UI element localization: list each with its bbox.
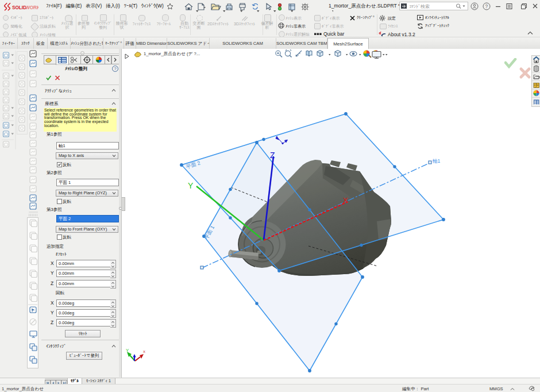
svg-text:WORKS: WORKS: [25, 5, 38, 10]
svg-text:Y: Y: [188, 181, 194, 190]
svg-text:X: X: [343, 196, 348, 205]
svg-text:Z: Z: [270, 151, 275, 160]
svg-text:?: ?: [485, 3, 488, 9]
svg-text:Y: Y: [126, 348, 129, 353]
svg-text:SOLID: SOLID: [12, 5, 26, 10]
svg-text:軸1: 軸1: [433, 158, 441, 164]
svg-text:x: x: [143, 349, 145, 354]
